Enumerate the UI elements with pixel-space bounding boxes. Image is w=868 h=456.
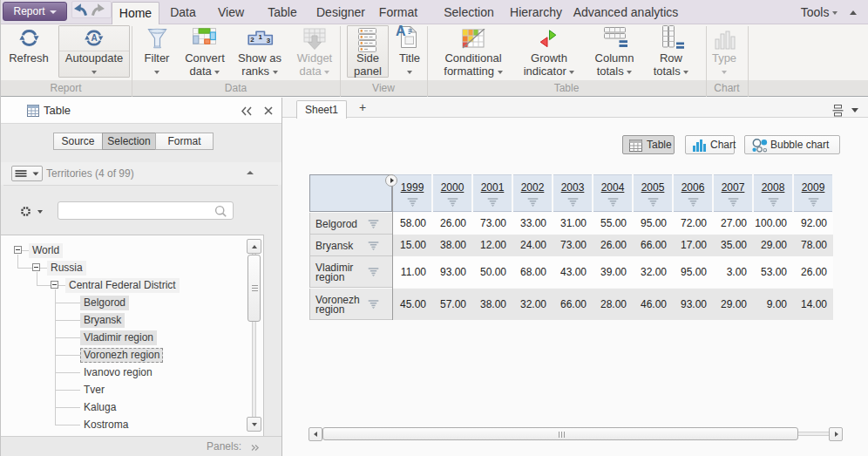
svg-text:A: A [396,24,406,38]
svg-text:1: 1 [259,33,263,41]
svg-text:2: 2 [250,36,254,44]
svg-text:3: 3 [267,37,271,44]
svg-text:A: A [91,33,97,43]
